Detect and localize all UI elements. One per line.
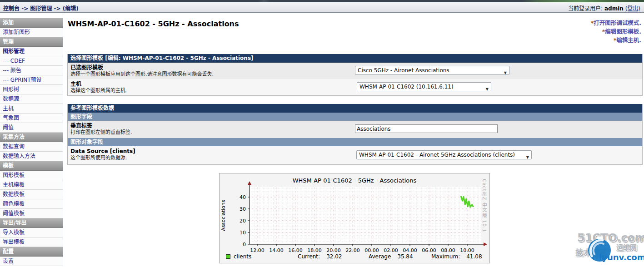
chart-legend: clients Current:32.02 Average35.84 Maxim… [220,253,489,260]
sidebar-item-10[interactable]: 气象图 [0,114,63,123]
chart-plot-area: 12:0014:0016:0018:0020:0022:0000:0002:00… [220,173,489,263]
sidebar-item-3[interactable]: 图形管理 [0,47,63,56]
sidebar-item-22[interactable]: 导入模板 [0,228,63,237]
sidebar-item-17[interactable]: 主机模板 [0,180,63,190]
svg-text:30: 30 [240,206,246,212]
sidebar-item-19[interactable]: 颜色模板 [0,199,63,209]
chevron-down-icon: ▼ [526,153,529,159]
sidebar-item-13[interactable]: 数据查询 [0,142,63,152]
breadcrumb[interactable]: 控制台 -> 图形管理 -> (编辑) [3,4,79,12]
sidebar-item-4[interactable]: --- CDEF [0,56,63,66]
sidebar-section-21: 导出/导出 [0,218,63,228]
svg-text:20: 20 [240,218,246,224]
chevron-down-icon: ▼ [504,69,507,75]
cacti-graph-edit-page: 控制台 -> 图形管理 -> (编辑) 当前登录用户: admin (登出) 添… [0,0,644,267]
template-data-table: 参考图形模板数据 图形字段 垂直标签 打印在图形左侧的垂直标签. 图形对象字段 … [67,104,643,165]
svg-text:00:00: 00:00 [364,247,379,253]
breadcrumb-bar: 控制台 -> 图形管理 -> (编辑) 当前登录用户: admin (登出) [0,2,644,13]
sidebar-item-6[interactable]: --- GPRINT预设 [0,75,63,85]
field-label: Data Source [clients] [70,148,639,155]
sidebar-item-5[interactable]: --- 颜色 [0,66,63,75]
legend-swatch-clients [226,254,230,259]
session-info: 当前登录用户: admin (登出) [568,4,640,12]
graph-template-select[interactable]: Cisco 5GHz - Aironet Associations ▼ [355,66,509,75]
logout-link[interactable]: (登出) [625,5,640,12]
host-select-value: WHSM-AP-01-C1602 (10.161.6.11) [359,84,454,90]
stat-current-value: 32.02 [326,253,342,260]
subsection-graph-fields: 图形字段 [68,113,642,121]
sidebar-menu: 添加添加新图形管理图形管理--- CDEF--- 颜色--- GPRINT预设图… [0,13,63,267]
graph-template-select-value: Cisco 5GHz - Aironet Associations [358,67,449,74]
sidebar-section-0: 添加 [0,18,63,28]
sidebar-section-2: 管理 [0,37,63,47]
stat-maximum-value: 41.08 [466,253,482,260]
subsection-graph-item-fields: 图形对象字段 [68,138,642,146]
svg-text:10:00: 10:00 [460,247,474,253]
svg-text:40: 40 [240,194,246,200]
action-link-label: 编辑主机. [616,37,641,44]
field-desc: 这个图形所使用的数据源. [70,155,639,161]
svg-text:12:00: 12:00 [250,247,265,253]
svg-text:08:00: 08:00 [441,247,455,253]
section-header-template-data: 参考图形模板数据 [68,104,642,113]
stat-maximum-label: Maximum: [431,253,460,260]
action-link-label: 打开图形调试模式. [594,20,641,26]
sidebar-item-14[interactable]: 数据输入方法 [0,152,63,161]
row-vertical-label: 垂直标签 打印在图形左侧的垂直标签. [68,121,642,138]
sidebar-item-25[interactable]: 设置 [0,257,63,266]
stat-average: Average35.84 [369,253,413,260]
row-data-source: Data Source [clients] 这个图形所使用的数据源. WHSM-… [68,146,642,164]
chevron-down-icon: ▼ [486,85,489,91]
stat-current: Current:32.02 [298,253,342,260]
data-source-select[interactable]: WHSM-AP-01-C1602 - Aironet 5GHz Associat… [356,150,532,159]
row-selected-graph-template: 已选图形模板 选择一个图形模板应用到这个图形.请注意图形数据有可能会丢失. Ci… [68,63,642,79]
svg-text:16:00: 16:00 [288,247,303,253]
svg-text:14:00: 14:00 [269,247,284,253]
svg-text:04:00: 04:00 [403,247,417,253]
sidebar-section-24: 配置 [0,247,63,257]
row-host: 主机 选择这个图形所属的主机. WHSM-AP-01-C1602 (10.161… [68,79,642,95]
svg-text:06:00: 06:00 [422,247,436,253]
rrd-graph-preview: WHSM-AP-01-C1602 - 5GHz - Associations A… [219,173,490,263]
svg-text:22:00: 22:00 [345,247,360,253]
stat-current-label: Current: [298,253,320,260]
sidebar-item-18[interactable]: 数据模板 [0,190,63,199]
sidebar-item-1[interactable]: 添加新图形 [0,28,63,37]
vertical-label-input[interactable] [355,124,498,133]
action-link-0[interactable]: *打开图形调试模式. [591,19,641,27]
sidebar-section-15: 模板 [0,161,63,171]
action-link-1[interactable]: *编辑图形模板. [591,27,641,36]
action-links: *打开图形调试模式.*编辑图形模板.*编辑主机. [591,19,641,44]
sidebar-item-23[interactable]: 导出模板 [0,237,63,247]
page-title: WHSM-AP-01-C1602 - 5GHz - Associations [68,20,239,28]
section-header-select-template: 选择图形模板 [编辑: WHSM-AP-01-C1602 - 5GHz - As… [68,54,642,63]
svg-text:0: 0 [243,242,246,247]
sidebar-item-8[interactable]: 数据源 [0,94,63,104]
stat-average-label: Average [369,253,391,260]
action-link-label: 编辑图形模板. [605,28,641,35]
legend-series-name: clients [234,253,251,260]
svg-text:18:00: 18:00 [307,247,322,253]
stat-average-value: 35.84 [397,253,413,260]
sidebar-item-11[interactable]: 阈值 [0,123,63,133]
field-desc: 选择这个图形所属的主机. [70,88,639,94]
svg-text:20:00: 20:00 [326,247,341,253]
session-label: 当前登录用户: [568,5,603,12]
action-link-2[interactable]: *编辑主机. [591,36,641,44]
cactiez-brand-label: CactiEZ 中文版 10.1 [481,179,488,232]
sidebar-section-12: 采集方法 [0,133,63,142]
sidebar-item-7[interactable]: 图形树 [0,85,63,94]
sidebar-item-20[interactable]: 阈值模板 [0,209,63,218]
host-select[interactable]: WHSM-AP-01-C1602 (10.161.6.11) ▼ [357,82,491,91]
field-label: 主机 [70,80,639,88]
data-source-select-value: WHSM-AP-01-C1602 - Aironet 5GHz Associat… [359,152,515,158]
stat-maximum: Maximum:41.08 [431,253,482,260]
svg-text:10: 10 [240,230,246,236]
svg-text:02:00: 02:00 [384,247,398,253]
session-user: admin [604,5,624,12]
graph-template-table: 选择图形模板 [编辑: WHSM-AP-01-C1602 - 5GHz - As… [67,54,643,96]
sidebar-item-16[interactable]: 图形模板 [0,171,63,180]
sidebar-item-9[interactable]: 主机 [0,104,63,114]
